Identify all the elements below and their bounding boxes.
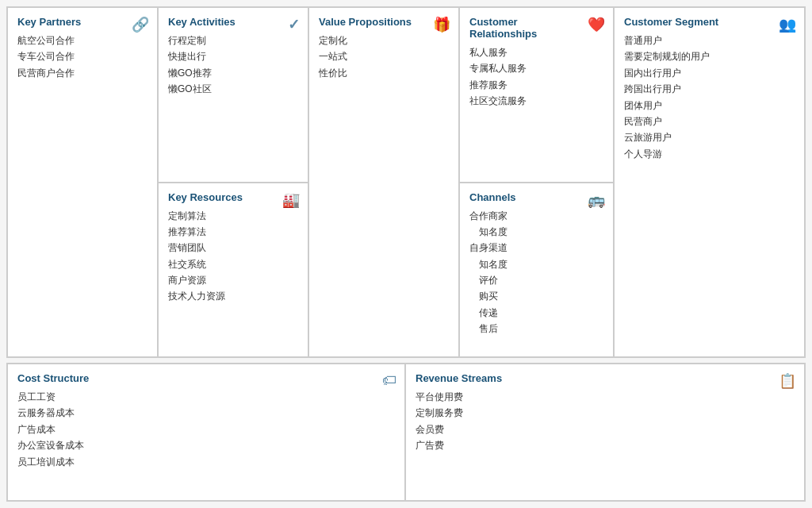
list-item: 评价 xyxy=(469,272,603,288)
list-item: 云旅游用户 xyxy=(624,129,795,145)
link-icon xyxy=(132,16,149,33)
key-partners-title: Key Partners xyxy=(17,16,147,28)
list-item: 定制服务费 xyxy=(416,405,795,421)
list-item: 售后 xyxy=(469,321,603,337)
list-item: 懒GO推荐 xyxy=(168,65,298,81)
mid-right-col: CustomerRelationships 私人服务 专属私人服务 推荐服务 社… xyxy=(459,7,614,357)
list-item: 快捷出行 xyxy=(168,48,298,64)
list-item: 航空公司合作 xyxy=(17,33,147,48)
key-activities-title: Key Activities xyxy=(168,16,298,28)
list-item: 广告费 xyxy=(416,437,795,453)
revenue-streams-title: Revenue Streams xyxy=(416,372,795,384)
list-item: 国内出行用户 xyxy=(624,65,795,81)
list-item: 技术人力资源 xyxy=(168,288,298,304)
key-activities-content: 行程定制 快捷出行 懒GO推荐 懒GO社区 xyxy=(168,33,298,98)
channels-cell: Channels 合作商家 知名度 自身渠道 知名度 评价 购买 传递 售后 xyxy=(459,183,614,358)
channels-content: 合作商家 知名度 自身渠道 知名度 评价 购买 传递 售后 xyxy=(469,208,603,337)
list-item: 营销团队 xyxy=(168,240,298,256)
key-partners-cell: Key Partners 航空公司合作 专车公司合作 民营商户合作 xyxy=(7,7,158,357)
list-item: 云服务器成本 xyxy=(17,405,395,421)
heart-icon xyxy=(588,16,605,33)
list-item: 普通用户 xyxy=(624,33,795,48)
list-item: 购买 xyxy=(469,288,603,304)
list-item: 商户资源 xyxy=(168,272,298,288)
list-item: 性价比 xyxy=(319,65,449,81)
list-item: 社交系统 xyxy=(168,256,298,272)
key-resources-cell: Key Resources 定制算法 推荐算法 营销团队 社交系统 商户资源 技… xyxy=(158,183,308,358)
list-item: 一站式 xyxy=(319,48,449,64)
list-item: 行程定制 xyxy=(168,33,298,48)
top-section: Key Partners 航空公司合作 专车公司合作 民营商户合作 Key Ac… xyxy=(6,6,806,358)
list-item: 民营商户合作 xyxy=(17,65,147,81)
gift-icon xyxy=(433,16,450,33)
value-propositions-title: Value Propositions xyxy=(319,16,449,28)
customer-segment-title: Customer Segment xyxy=(624,16,795,28)
mid-left-col: Key Activities 行程定制 快捷出行 懒GO推荐 懒GO社区 Key… xyxy=(158,7,308,357)
cost-structure-title: Cost Structure xyxy=(17,372,395,384)
revenue-streams-cell: Revenue Streams 平台使用费 定制服务费 会员费 广告费 xyxy=(405,364,805,501)
list-item: 跨国出行用户 xyxy=(624,81,795,97)
list-item: 需要定制规划的用户 xyxy=(624,48,795,64)
list-item: 社区交流服务 xyxy=(469,93,603,109)
check-icon xyxy=(288,16,300,33)
list-item: 推荐算法 xyxy=(168,224,298,240)
list-item: 知名度 xyxy=(469,224,603,240)
cost-structure-cell: Cost Structure 员工工资 云服务器成本 广告成本 办公室设备成本 … xyxy=(7,364,405,501)
list-item: 员工培训成本 xyxy=(17,454,395,470)
list-item: 合作商家 xyxy=(469,208,603,224)
bottom-section: Cost Structure 员工工资 云服务器成本 广告成本 办公室设备成本 … xyxy=(6,363,806,502)
list-item: 定制算法 xyxy=(168,208,298,224)
list-item: 个人导游 xyxy=(624,146,795,162)
list-item: 推荐服务 xyxy=(469,77,603,93)
cost-structure-content: 员工工资 云服务器成本 广告成本 办公室设备成本 员工培训成本 xyxy=(17,389,395,470)
customer-relationships-title: CustomerRelationships xyxy=(469,16,603,40)
list-item: 专属私人服务 xyxy=(469,60,603,76)
key-partners-content: 航空公司合作 专车公司合作 民营商户合作 xyxy=(17,33,147,81)
value-propositions-cell: Value Propositions 定制化 一站式 性价比 xyxy=(308,7,459,357)
tag-icon xyxy=(382,372,396,389)
key-activities-cell: Key Activities 行程定制 快捷出行 懒GO推荐 懒GO社区 xyxy=(158,7,308,183)
list-item: 自身渠道 xyxy=(469,240,603,256)
list-item: 专车公司合作 xyxy=(17,48,147,64)
list-item: 知名度 xyxy=(469,256,603,272)
list-item: 懒GO社区 xyxy=(168,81,298,97)
key-resources-title: Key Resources xyxy=(168,191,298,203)
list-item: 传递 xyxy=(469,305,603,321)
revenue-icon xyxy=(779,372,796,390)
customer-segment-cell: Customer Segment 普通用户 需要定制规划的用户 国内出行用户 跨… xyxy=(614,7,805,357)
customer-relationships-cell: CustomerRelationships 私人服务 专属私人服务 推荐服务 社… xyxy=(459,7,614,183)
list-item: 广告成本 xyxy=(17,421,395,437)
customer-segment-content: 普通用户 需要定制规划的用户 国内出行用户 跨国出行用户 团体用户 民营商户 云… xyxy=(624,33,795,162)
list-item: 会员费 xyxy=(416,421,795,437)
key-resources-content: 定制算法 推荐算法 营销团队 社交系统 商户资源 技术人力资源 xyxy=(168,208,298,305)
list-item: 办公室设备成本 xyxy=(17,437,395,453)
customer-relationships-content: 私人服务 专属私人服务 推荐服务 社区交流服务 xyxy=(469,44,603,110)
people-icon xyxy=(779,16,796,33)
list-item: 团体用户 xyxy=(624,98,795,114)
value-propositions-content: 定制化 一站式 性价比 xyxy=(319,33,449,81)
revenue-streams-content: 平台使用费 定制服务费 会员费 广告费 xyxy=(416,389,795,454)
bus-icon xyxy=(588,191,605,209)
factory-icon xyxy=(282,191,300,209)
list-item: 定制化 xyxy=(319,33,449,48)
list-item: 员工工资 xyxy=(17,389,395,405)
list-item: 平台使用费 xyxy=(416,389,795,405)
channels-title: Channels xyxy=(469,191,603,203)
canvas: Key Partners 航空公司合作 专车公司合作 民营商户合作 Key Ac… xyxy=(0,0,812,508)
list-item: 民营商户 xyxy=(624,114,795,129)
list-item: 私人服务 xyxy=(469,44,603,60)
